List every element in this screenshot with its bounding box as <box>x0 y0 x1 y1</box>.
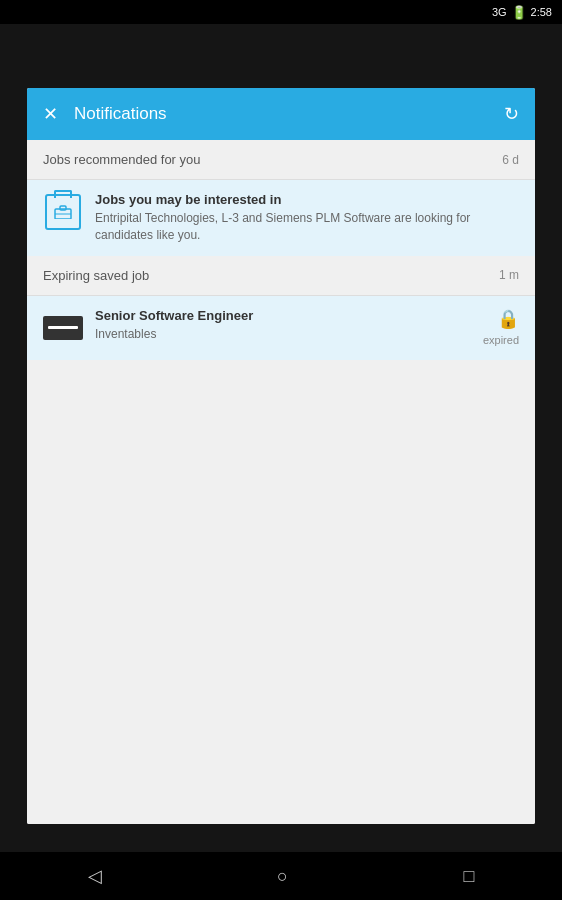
company-logo-bar <box>48 326 78 329</box>
notification-engineer-title: Senior Software Engineer <box>95 308 471 323</box>
recents-button[interactable]: □ <box>463 866 474 887</box>
briefcase-icon-container <box>43 192 83 232</box>
time-display: 2:58 <box>531 6 552 18</box>
company-logo <box>43 316 83 340</box>
notification-engineer-status: 🔒 expired <box>483 308 519 346</box>
expired-label: expired <box>483 334 519 346</box>
section-recommended-title: Jobs recommended for you <box>43 152 201 167</box>
notification-jobs-body: Entripital Technologies, L-3 and Siemens… <box>95 210 519 244</box>
status-bar: 3G 🔋 2:58 <box>0 0 562 24</box>
company-logo-container <box>43 308 83 348</box>
briefcase-icon <box>45 194 81 230</box>
notification-senior-engineer[interactable]: Senior Software Engineer Inventables 🔒 e… <box>27 295 535 360</box>
status-icons: 3G 🔋 2:58 <box>492 5 552 20</box>
svg-rect-1 <box>60 206 66 210</box>
section-expiring-time: 1 m <box>499 268 519 282</box>
refresh-button[interactable]: ↻ <box>504 103 519 125</box>
section-recommended-time: 6 d <box>502 153 519 167</box>
notification-jobs-interested[interactable]: Jobs you may be interested in Entripital… <box>27 179 535 256</box>
section-recommended-header: Jobs recommended for you 6 d <box>27 140 535 179</box>
section-expiring-header: Expiring saved job 1 m <box>27 256 535 295</box>
back-button[interactable]: ◁ <box>88 865 102 887</box>
notifications-body: Jobs recommended for you 6 d Jobs you ma… <box>27 140 535 824</box>
notification-engineer-company: Inventables <box>95 326 471 343</box>
modal-title: Notifications <box>74 104 504 124</box>
lock-icon: 🔒 <box>497 308 519 330</box>
battery-indicator: 🔋 <box>511 5 527 20</box>
nav-bar: ◁ ○ □ <box>0 852 562 900</box>
section-expiring-title: Expiring saved job <box>43 268 149 283</box>
close-button[interactable]: ✕ <box>43 105 58 123</box>
notification-jobs-title: Jobs you may be interested in <box>95 192 519 207</box>
notification-jobs-content: Jobs you may be interested in Entripital… <box>95 192 519 244</box>
notification-engineer-content: Senior Software Engineer Inventables <box>95 308 471 343</box>
notifications-modal: ✕ Notifications ↻ Jobs recommended for y… <box>27 88 535 824</box>
home-button[interactable]: ○ <box>277 866 288 887</box>
modal-header: ✕ Notifications ↻ <box>27 88 535 140</box>
signal-indicator: 3G <box>492 6 507 18</box>
